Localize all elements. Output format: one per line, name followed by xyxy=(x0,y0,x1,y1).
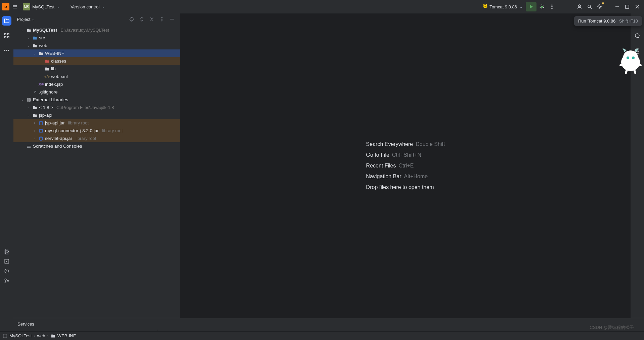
tree-node-scratches[interactable]: ›Scratches and Consoles xyxy=(13,142,180,150)
svg-point-15 xyxy=(130,17,133,21)
tomcat-icon xyxy=(483,4,487,9)
bottom-left-toolstrip xyxy=(0,245,13,331)
services-tool-button[interactable] xyxy=(4,249,9,255)
vcs-label: Version control xyxy=(71,4,99,9)
minimize-button[interactable] xyxy=(612,2,622,11)
svg-rect-9 xyxy=(7,33,9,35)
tree-node-webxml[interactable]: ›</>web.xml xyxy=(13,73,180,80)
hint-go-to-file: Go to FileCtrl+Shift+N xyxy=(366,152,445,158)
tree-node-webinf[interactable]: ⌄WEB-INF xyxy=(13,49,180,57)
svg-point-33 xyxy=(5,281,6,283)
chevron-down-icon: ⌄ xyxy=(520,5,522,9)
hide-panel-icon[interactable] xyxy=(167,14,177,24)
options-icon[interactable] xyxy=(157,14,167,24)
services-title: Services xyxy=(17,322,34,327)
project-tool-button[interactable] xyxy=(2,16,11,26)
tree-node-mysql-jar[interactable]: ›mysql-connector-j-8.2.0.jarlibrary root xyxy=(13,127,180,135)
debug-button[interactable] xyxy=(537,2,547,11)
svg-point-18 xyxy=(162,21,162,21)
tree-node-src[interactable]: ⌄src xyxy=(13,34,180,42)
tree-node-jspapi-jar[interactable]: ›jsp-api.jarlibrary root xyxy=(13,119,180,127)
svg-point-16 xyxy=(162,17,162,18)
tree-node-jspapi[interactable]: ⌄jsp-api xyxy=(13,111,180,119)
svg-point-14 xyxy=(8,50,9,51)
svg-point-1 xyxy=(552,5,552,5)
hint-recent-files: Recent FilesCtrl+E xyxy=(366,163,445,169)
close-button[interactable] xyxy=(633,2,642,11)
project-panel: Project ⌄ ⌄MySQLTestE:\Javastudy\MySQLTe… xyxy=(13,13,180,318)
tree-node-jdk[interactable]: ›< 1.8 >C:\Program Files\Java\jdk-1.8 xyxy=(13,104,180,111)
tree-node-project-root[interactable]: ⌄MySQLTestE:\Javastudy\MySQLTest xyxy=(13,26,180,34)
git-tool-button[interactable] xyxy=(4,278,9,285)
svg-point-3 xyxy=(552,8,552,9)
expand-all-icon[interactable] xyxy=(137,14,146,24)
svg-rect-8 xyxy=(4,33,6,35)
svg-point-32 xyxy=(5,279,6,280)
svg-point-25 xyxy=(627,56,629,59)
svg-rect-7 xyxy=(626,5,629,8)
breadcrumb-item[interactable]: WEB-INF xyxy=(57,333,76,338)
svg-point-0 xyxy=(541,6,543,8)
hint-search-everywhere: Search EverywhereDouble Shift xyxy=(366,141,445,147)
svg-rect-11 xyxy=(7,36,9,38)
watermark: CSDN @爱编程的松子 xyxy=(590,325,634,331)
app-logo: IJ xyxy=(2,3,9,10)
tree-node-web[interactable]: ⌄web xyxy=(13,42,180,49)
settings-button[interactable] xyxy=(595,2,604,11)
svg-point-5 xyxy=(588,5,591,8)
titlebar: IJ MS MySQLTest ⌄ Version control ⌄ Tomc… xyxy=(0,0,644,13)
search-button[interactable] xyxy=(585,2,594,11)
ai-assistant-button[interactable] xyxy=(633,31,642,40)
tooltip-text: Run 'Tomcat 9.0.86' xyxy=(578,18,616,24)
project-badge: MS xyxy=(23,3,30,10)
svg-point-2 xyxy=(552,6,552,7)
more-actions-button[interactable] xyxy=(547,2,557,11)
chevron-down-icon: ⌄ xyxy=(57,5,60,9)
module-icon xyxy=(3,334,7,338)
structure-tool-button[interactable] xyxy=(2,31,11,40)
run-config-label: Tomcat 9.0.86 xyxy=(489,4,517,9)
terminal-tool-button[interactable] xyxy=(4,259,9,265)
svg-point-24 xyxy=(623,50,638,64)
breadcrumb-item[interactable]: web xyxy=(37,333,45,338)
collapse-all-icon[interactable] xyxy=(147,14,157,24)
project-tree[interactable]: ⌄MySQLTestE:\Javastudy\MySQLTest ⌄src ⌄w… xyxy=(13,25,180,318)
tree-node-classes[interactable]: ›classes xyxy=(13,57,180,65)
tree-node-gitignore[interactable]: ›⊘.gitignore xyxy=(13,88,180,96)
editor-area[interactable]: Search EverywhereDouble Shift Go to File… xyxy=(180,13,631,318)
vcs-menu[interactable]: Version control ⌄ xyxy=(68,4,108,9)
tree-node-external-libraries[interactable]: ⌄External Libraries xyxy=(13,96,180,104)
chevron-down-icon: ⌄ xyxy=(102,5,105,9)
svg-rect-20 xyxy=(40,129,43,133)
svg-rect-10 xyxy=(4,36,6,38)
svg-point-17 xyxy=(162,19,162,20)
hint-drop-files: Drop files here to open them xyxy=(366,184,445,190)
project-selector[interactable]: MS MySQLTest ⌄ xyxy=(20,3,62,10)
more-tool-button[interactable] xyxy=(2,46,11,55)
run-button[interactable] xyxy=(526,2,536,11)
chevron-down-icon[interactable]: ⌄ xyxy=(32,17,34,21)
maximize-button[interactable] xyxy=(622,2,632,11)
svg-point-6 xyxy=(599,6,601,8)
svg-point-13 xyxy=(6,50,7,51)
tooltip-shortcut: Shift+F10 xyxy=(619,18,638,24)
main-menu-button[interactable] xyxy=(10,2,19,11)
tree-node-lib[interactable]: ›lib xyxy=(13,65,180,73)
code-with-me-button[interactable] xyxy=(575,2,584,11)
crosshair-icon[interactable] xyxy=(127,14,136,24)
project-panel-title: Project xyxy=(17,17,30,22)
breadcrumb-item[interactable]: MySQLTest xyxy=(9,333,32,338)
problems-tool-button[interactable] xyxy=(4,268,9,275)
svg-point-4 xyxy=(578,5,581,7)
tree-node-indexjsp[interactable]: ›JSPindex.jsp xyxy=(13,80,180,88)
editor-hints: Search EverywhereDouble Shift Go to File… xyxy=(366,141,445,190)
tree-node-servlet-jar[interactable]: ›servlet-api.jarlibrary root xyxy=(13,135,180,142)
library-icon xyxy=(26,97,32,103)
svg-point-26 xyxy=(632,56,635,59)
project-name-label: MySQLTest xyxy=(32,4,54,9)
folder-icon xyxy=(51,334,55,338)
svg-rect-35 xyxy=(3,334,7,338)
run-configuration-selector[interactable]: Tomcat 9.0.86 ⌄ xyxy=(480,2,525,11)
hint-navigation-bar: Navigation BarAlt+Home xyxy=(366,174,445,180)
svg-rect-21 xyxy=(40,137,43,140)
